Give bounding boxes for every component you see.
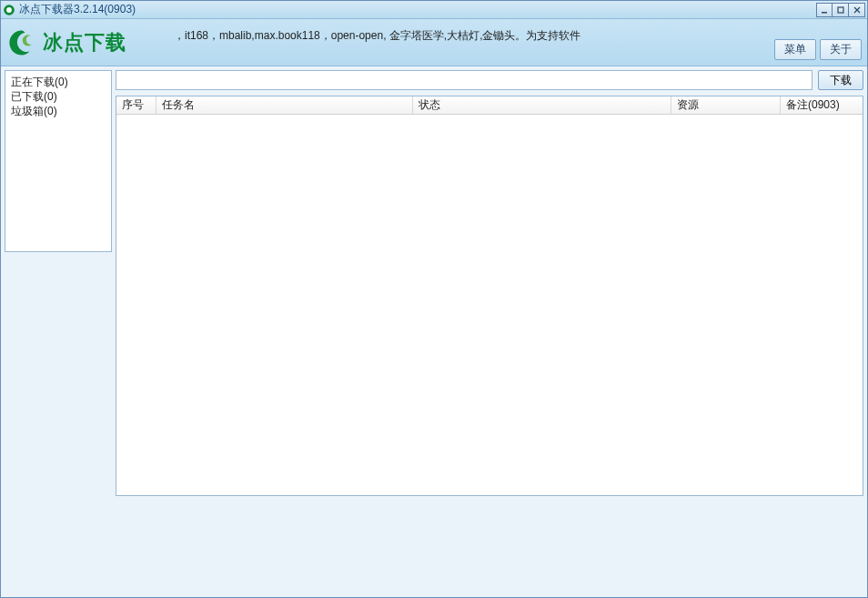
- task-table: 序号 任务名 状态 资源 备注(0903): [116, 96, 863, 496]
- app-header: 冰点下载 ，it168，mbalib,max.book118，open-open…: [1, 19, 867, 66]
- about-button[interactable]: 关于: [820, 39, 862, 60]
- header-buttons: 菜单 关于: [774, 39, 862, 60]
- content-area: 正在下载(0) 已下载(0) 垃圾箱(0) 下载 序号 任务名 状态 资源 备注…: [1, 66, 867, 597]
- table-body[interactable]: [116, 115, 863, 495]
- app-icon: [3, 4, 15, 16]
- titlebar: 冰点下载器3.2.14(0903): [1, 1, 867, 19]
- column-index[interactable]: 序号: [116, 96, 156, 114]
- maximize-button[interactable]: [833, 3, 849, 17]
- marquee-text: ，it168，mbalib,max.book118，open-open, 金字塔…: [174, 28, 580, 44]
- menu-button[interactable]: 菜单: [774, 39, 816, 60]
- close-button[interactable]: [849, 3, 865, 17]
- column-status[interactable]: 状态: [413, 96, 671, 114]
- logo-area: 冰点下载: [6, 27, 126, 58]
- logo-icon: [6, 27, 37, 58]
- sidebar-item-trash[interactable]: 垃圾箱(0): [11, 104, 106, 118]
- sidebar-item-downloaded[interactable]: 已下载(0): [11, 89, 106, 104]
- svg-point-1: [6, 7, 12, 13]
- table-header: 序号 任务名 状态 资源 备注(0903): [116, 96, 863, 115]
- window-title: 冰点下载器3.2.14(0903): [19, 2, 816, 17]
- column-task-name[interactable]: 任务名: [156, 96, 413, 114]
- minimize-button[interactable]: [816, 3, 833, 17]
- url-input[interactable]: [116, 70, 812, 90]
- column-note[interactable]: 备注(0903): [781, 96, 863, 114]
- column-resource[interactable]: 资源: [671, 96, 781, 114]
- sidebar: 正在下载(0) 已下载(0) 垃圾箱(0): [1, 66, 116, 597]
- svg-rect-3: [838, 7, 843, 13]
- sidebar-item-downloading[interactable]: 正在下载(0): [11, 75, 106, 89]
- main-panel: 下载 序号 任务名 状态 资源 备注(0903): [116, 66, 867, 597]
- svg-rect-2: [822, 12, 827, 14]
- window-controls: [816, 3, 865, 17]
- app-name: 冰点下载: [43, 29, 126, 56]
- url-row: 下载: [116, 70, 863, 90]
- download-button[interactable]: 下载: [818, 70, 863, 90]
- sidebar-list: 正在下载(0) 已下载(0) 垃圾箱(0): [5, 70, 112, 252]
